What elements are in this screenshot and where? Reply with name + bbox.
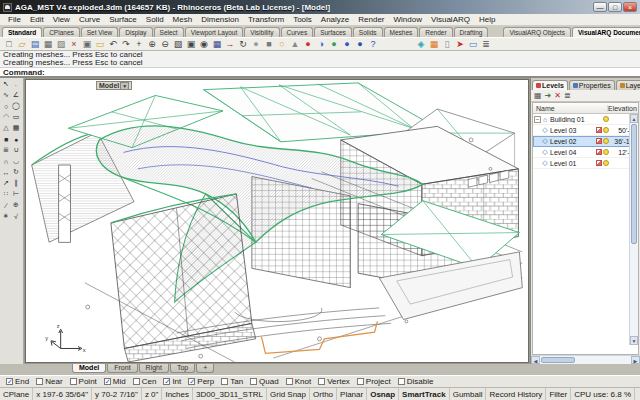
osnap-option[interactable]: Project (357, 377, 391, 386)
toolbar-tab[interactable]: Render (419, 27, 452, 37)
box-icon[interactable]: ■ (1, 134, 11, 144)
osnap-toggle[interactable]: Osnap (367, 388, 399, 400)
rotate-view-icon[interactable]: ↻ (237, 38, 249, 50)
toolbar-tab[interactable]: Set View (81, 27, 119, 37)
checkbox-icon[interactable] (104, 378, 111, 385)
cylinder-icon[interactable]: ≣ (1, 145, 11, 155)
menu-item[interactable]: Tools (289, 14, 316, 25)
new-file-icon[interactable]: □ (3, 38, 15, 50)
point-icon[interactable]: ∙ (11, 79, 21, 89)
hide-object-icon[interactable]: ● (250, 38, 262, 50)
curve-icon[interactable]: ∿ (1, 90, 11, 100)
levels-vertical-scrollbar[interactable]: ▲ ▼ (629, 114, 638, 345)
copy-icon[interactable]: ▣ (81, 38, 93, 50)
viewport-tab[interactable]: Model (72, 364, 106, 373)
arc-icon[interactable]: ◠ (1, 112, 11, 122)
scroll-right-icon[interactable]: ▶ (631, 356, 640, 364)
level-row[interactable]: ◇Level 010' (533, 158, 638, 169)
panel-tab[interactable]: Properties (569, 80, 615, 90)
level-name[interactable]: Level 02 (549, 138, 596, 145)
print-icon[interactable]: ▦ (42, 38, 54, 50)
join-tool-icon[interactable]: ⊕ (11, 200, 21, 210)
checkbox-icon[interactable] (163, 378, 170, 385)
explode-tool-icon[interactable]: ∗ (1, 211, 11, 221)
checkbox-icon[interactable] (70, 378, 77, 385)
coord-z[interactable]: z 0" (142, 388, 163, 400)
toolbar-tab[interactable]: Surfaces (314, 27, 352, 37)
section-cut-icon[interactable] (596, 127, 602, 133)
gumball-toggle[interactable]: Gumball (450, 388, 487, 400)
viewport-tab[interactable]: Front (107, 364, 137, 373)
level-row[interactable]: ◇Level 0350'-0" (533, 125, 638, 136)
section-cut-icon[interactable] (596, 149, 602, 155)
menu-item[interactable]: Analyze (317, 14, 353, 25)
checkbox-icon[interactable] (357, 378, 364, 385)
osnap-option[interactable]: Vertex (318, 377, 350, 386)
units-pane[interactable]: Inches (162, 388, 193, 400)
menu-item[interactable]: View (49, 14, 74, 25)
osnap-option[interactable]: Quad (250, 377, 279, 386)
xray-mode-icon[interactable]: ● (341, 38, 353, 50)
circle-icon[interactable]: ○ (1, 101, 11, 111)
osnap-option[interactable]: Int (163, 377, 181, 386)
menu-item[interactable]: Mesh (169, 14, 197, 25)
scrollbar-thumb-h[interactable] (541, 357, 575, 363)
zoom-window-icon[interactable]: ▧ (172, 38, 184, 50)
model-viewport[interactable]: Model ▼ (25, 79, 529, 363)
tree-expander-icon[interactable]: − (534, 116, 541, 123)
menu-item[interactable]: VisualARQ (427, 14, 474, 25)
surface-icon[interactable]: ▦ (11, 123, 21, 133)
varq-plan-view-icon[interactable]: ▦ (428, 38, 440, 50)
current-layer-pane[interactable]: 3D00_3D11_STRL (193, 388, 267, 400)
menu-item[interactable]: Edit (26, 14, 48, 25)
menu-item[interactable]: Dimension (197, 14, 243, 25)
menu-item[interactable]: Transform (244, 14, 288, 25)
osnap-option[interactable]: Mid (104, 377, 126, 386)
osnap-option[interactable]: Cen (133, 377, 157, 386)
command-prompt[interactable]: Command: (0, 68, 640, 78)
varq-layers-icon[interactable]: ≣ (480, 38, 492, 50)
array-tool-icon[interactable]: ∷ (1, 189, 11, 199)
osnap-option[interactable]: Knot (286, 377, 311, 386)
checkbox-icon[interactable] (133, 378, 140, 385)
toolbar-tab[interactable]: Standard (2, 27, 42, 37)
menu-item[interactable]: File (4, 14, 25, 25)
level-manager-icon[interactable]: ≣ (564, 91, 571, 101)
section-cut-icon[interactable] (596, 160, 602, 166)
osnap-option[interactable]: Perp (188, 377, 214, 386)
help-icon[interactable]: ? (367, 38, 379, 50)
paste-icon[interactable]: ▭ (94, 38, 106, 50)
osnap-option[interactable]: Disable (398, 377, 434, 386)
scroll-left-icon[interactable]: ◀ (531, 356, 540, 364)
visualarq-toolbar-tab[interactable]: VisualARQ Documentation (572, 27, 640, 37)
level-name[interactable]: Building 01 (549, 116, 596, 123)
layer-table-icon[interactable]: ▦ (211, 38, 223, 50)
scroll-up-icon[interactable]: ▲ (630, 114, 638, 123)
trim-tool-icon[interactable]: ⊢ (11, 189, 21, 199)
viewport-tab[interactable]: + (196, 364, 214, 373)
save-icon[interactable]: ▤ (29, 38, 41, 50)
minimize-button[interactable]: — (593, 2, 607, 12)
menu-item[interactable]: Curve (75, 14, 104, 25)
toolbar-tab[interactable]: Viewport Layout (185, 27, 244, 37)
checkbox-icon[interactable] (36, 378, 43, 385)
lightbulb-icon[interactable] (603, 138, 609, 144)
zoom-in-icon[interactable]: ⊕ (146, 38, 158, 50)
scrollbar-thumb[interactable] (631, 124, 637, 244)
panel-tab[interactable]: Levels (532, 80, 568, 90)
menu-item[interactable]: Surface (105, 14, 141, 25)
fillet-icon[interactable]: ◡ (11, 156, 21, 166)
checkbox-icon[interactable] (398, 378, 405, 385)
select-arrow-icon[interactable]: ↖ (1, 79, 11, 89)
zoom-extents-icon[interactable]: ▣ (185, 38, 197, 50)
checkbox-icon[interactable] (286, 378, 293, 385)
split-tool-icon[interactable]: ∕ (1, 200, 11, 210)
lightbulb-icon[interactable] (603, 116, 609, 122)
toolbar-tab[interactable]: Drafting (454, 27, 489, 37)
checkbox-icon[interactable] (188, 378, 195, 385)
toolbar-tab[interactable]: CPlanes (43, 27, 80, 37)
menu-item[interactable]: Render (354, 14, 388, 25)
scroll-down-icon[interactable]: ▼ (630, 336, 638, 345)
cut-icon[interactable]: × (68, 38, 80, 50)
mirror-tool-icon[interactable]: ∥ (11, 178, 21, 188)
